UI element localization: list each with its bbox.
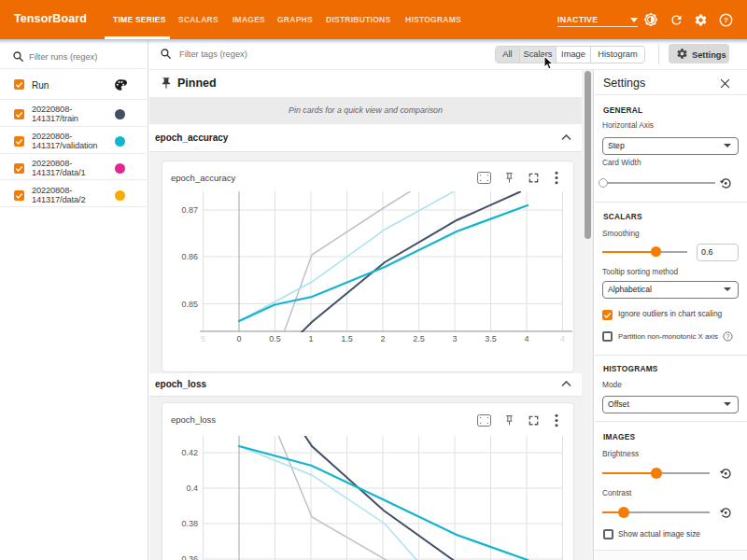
- svg-text:1.5: 1.5: [341, 334, 353, 343]
- svg-text:3.5: 3.5: [485, 334, 497, 343]
- svg-text:2: 2: [380, 334, 385, 343]
- svg-text:0.42: 0.42: [181, 448, 198, 457]
- svg-text:0: 0: [236, 334, 241, 343]
- svg-text:0.38: 0.38: [181, 519, 198, 528]
- svg-text:1: 1: [308, 334, 313, 343]
- svg-text:0.87: 0.87: [181, 205, 198, 215]
- svg-text:0.36: 0.36: [181, 554, 198, 560]
- svg-text:4: 4: [524, 334, 529, 343]
- svg-text:5: 5: [201, 334, 205, 343]
- svg-text:0.86: 0.86: [181, 252, 198, 261]
- svg-text:?: ?: [726, 333, 730, 340]
- svg-text:?: ?: [724, 16, 728, 24]
- svg-text:4: 4: [560, 334, 565, 343]
- svg-text:0.85: 0.85: [181, 300, 198, 309]
- svg-text:0.4: 0.4: [186, 483, 198, 493]
- svg-text:0.5: 0.5: [269, 334, 281, 343]
- svg-text:2.5: 2.5: [413, 334, 425, 343]
- svg-text:3: 3: [452, 334, 457, 343]
